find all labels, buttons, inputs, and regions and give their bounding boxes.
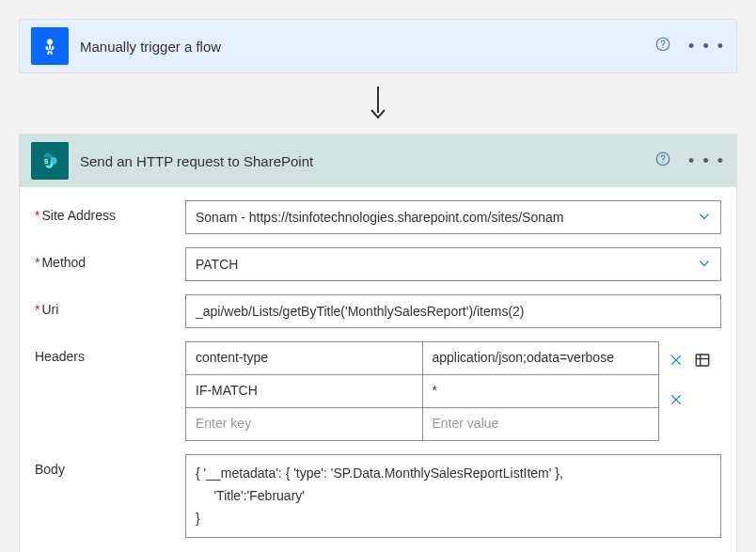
- action-title: Send an HTTP request to SharePoint: [80, 153, 643, 169]
- trigger-actions: • • •: [654, 36, 725, 56]
- label-body: Body: [35, 454, 185, 477]
- action-card: S Send an HTTP request to SharePoint • •…: [19, 134, 737, 552]
- sharepoint-icon: S: [31, 142, 69, 180]
- manual-trigger-icon: [31, 27, 69, 65]
- svg-point-10: [662, 162, 663, 163]
- header-key-input[interactable]: content-type: [185, 341, 423, 375]
- header-key-input[interactable]: IF-MATCH: [185, 374, 423, 408]
- row-headers: Headers content-type application/json;od…: [35, 341, 721, 441]
- action-form: *Site Address Sonam - https://tsinfotech…: [20, 187, 736, 552]
- trigger-header[interactable]: Manually trigger a flow • • •: [20, 20, 736, 72]
- label-method: *Method: [35, 247, 185, 270]
- chevron-down-icon: [698, 257, 711, 273]
- svg-text:S: S: [44, 158, 49, 165]
- header-value-input[interactable]: *: [422, 374, 660, 408]
- delete-row-icon[interactable]: [667, 390, 685, 409]
- headers-row-actions: [667, 341, 721, 417]
- label-uri: *Uri: [35, 294, 185, 317]
- svg-rect-11: [696, 355, 709, 366]
- header-value-input[interactable]: Enter value: [422, 407, 660, 441]
- method-select[interactable]: PATCH: [185, 247, 721, 281]
- trigger-card: Manually trigger a flow • • •: [19, 19, 737, 73]
- help-icon[interactable]: [654, 150, 671, 171]
- method-value: PATCH: [196, 257, 238, 272]
- trigger-title: Manually trigger a flow: [80, 39, 643, 55]
- uri-input[interactable]: _api/web/Lists/getByTitle('MonthlySalesR…: [185, 294, 721, 328]
- more-icon[interactable]: • • •: [688, 41, 725, 51]
- switch-mode-icon[interactable]: [693, 351, 712, 370]
- chevron-down-icon: [698, 210, 711, 226]
- header-key-input[interactable]: Enter key: [185, 407, 423, 441]
- action-header[interactable]: S Send an HTTP request to SharePoint • •…: [20, 134, 736, 187]
- table-row: content-type application/json;odata=verb…: [185, 341, 659, 375]
- row-body: Body { '__metadata': { 'type': 'SP.Data.…: [35, 454, 721, 538]
- label-site-address: *Site Address: [35, 200, 185, 223]
- flow-arrow: [19, 73, 737, 134]
- table-row: IF-MATCH *: [185, 375, 659, 408]
- header-value-input[interactable]: application/json;odata=verbose: [422, 341, 660, 375]
- action-actions: • • •: [654, 150, 725, 171]
- site-address-value: Sonam - https://tsinfotechnologies.share…: [196, 210, 563, 225]
- delete-row-icon[interactable]: [667, 351, 685, 370]
- body-input[interactable]: { '__metadata': { 'type': 'SP.Data.Month…: [185, 454, 721, 538]
- help-icon[interactable]: [654, 36, 671, 56]
- row-site-address: *Site Address Sonam - https://tsinfotech…: [35, 200, 721, 234]
- headers-table: content-type application/json;odata=verb…: [185, 341, 659, 441]
- more-icon[interactable]: • • •: [688, 156, 725, 166]
- label-headers: Headers: [35, 341, 185, 364]
- table-row: Enter key Enter value: [185, 408, 659, 441]
- row-method: *Method PATCH: [35, 247, 721, 281]
- row-uri: *Uri _api/web/Lists/getByTitle('MonthlyS…: [35, 294, 721, 328]
- site-address-select[interactable]: Sonam - https://tsinfotechnologies.share…: [185, 200, 721, 234]
- uri-value: _api/web/Lists/getByTitle('MonthlySalesR…: [196, 304, 525, 319]
- svg-point-2: [662, 47, 663, 48]
